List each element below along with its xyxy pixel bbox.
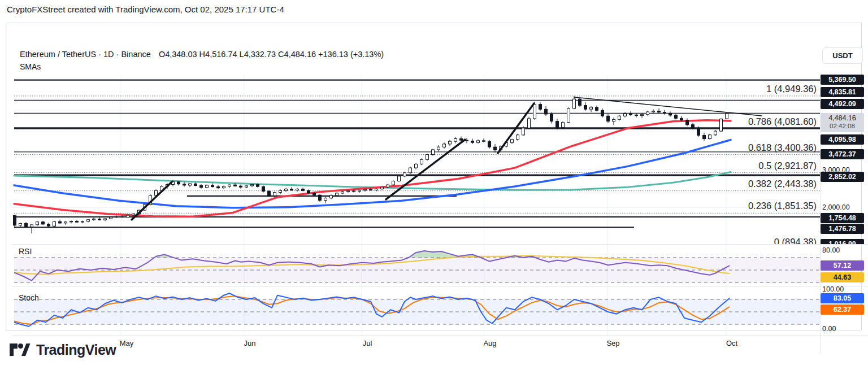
tradingview-mark-icon: [9, 341, 31, 358]
candle: [81, 221, 84, 222]
month-label-aug: Aug: [483, 339, 496, 347]
candle: [567, 108, 570, 123]
candle: [714, 131, 717, 135]
chart-card: 1 (4,949.36)0.786 (4,081.60)0.618 (3,400…: [6, 23, 862, 330]
candle: [460, 139, 463, 141]
candle: [353, 191, 355, 192]
smas-legend[interactable]: SMAs: [20, 62, 41, 71]
candle: [709, 135, 711, 139]
candle: [624, 114, 627, 116]
candle: [14, 215, 16, 225]
candle: [302, 189, 305, 191]
stoch-pane: [14, 293, 820, 327]
main-chart[interactable]: 1 (4,949.36)0.786 (4,081.60)0.618 (3,400…: [12, 74, 868, 354]
candle: [703, 136, 706, 139]
current-price: 4,484.16: [821, 114, 864, 122]
ohlc-values: O4,348.03 H4,516.74 L4,332.73 C4,484.16 …: [159, 50, 384, 59]
candle: [488, 141, 491, 147]
candle: [652, 111, 655, 112]
candle: [409, 168, 412, 173]
price-level-badge: 4,835.81: [821, 87, 864, 97]
rsi-value-badge: 57.12: [821, 260, 864, 271]
candle: [59, 221, 62, 223]
price-level-badge: 1,016.99: [821, 239, 864, 244]
stoch-value-badge: 83.05: [821, 293, 864, 303]
current-price-badge: 4,484.1602:42:08: [821, 113, 864, 132]
candle: [358, 190, 361, 192]
candle: [347, 191, 350, 192]
candle: [262, 186, 265, 191]
candle: [550, 114, 553, 121]
candle: [641, 115, 644, 116]
fib-label-0.786: 0.786 (4,081.60): [748, 116, 817, 127]
candle: [240, 186, 242, 187]
candle: [426, 155, 429, 160]
candle: [726, 114, 728, 119]
candle: [127, 215, 129, 217]
candle: [403, 173, 406, 176]
symbol-title[interactable]: Ethereum / TetherUS · 1D · Binance: [20, 50, 151, 59]
candle: [573, 99, 576, 108]
candle: [42, 222, 45, 224]
candle: [25, 224, 28, 227]
candle: [290, 189, 293, 190]
candle: [556, 121, 559, 128]
candle: [324, 198, 327, 201]
candle: [494, 147, 497, 150]
candle: [228, 185, 231, 186]
candle: [251, 185, 254, 186]
candle: [268, 192, 271, 196]
candle: [680, 118, 683, 120]
candle: [398, 176, 401, 181]
candle: [115, 217, 118, 218]
fib-label-0: 0 (894.38): [774, 237, 817, 247]
candle: [19, 224, 22, 225]
stoch-pane-label[interactable]: Stoch: [19, 293, 39, 302]
month-label-oct: Oct: [726, 339, 737, 347]
candle: [274, 193, 276, 196]
candle: [686, 120, 689, 125]
candle: [211, 185, 214, 187]
price-level-badge: 4,095.98: [821, 134, 864, 145]
candle: [601, 110, 604, 116]
candle: [454, 139, 457, 142]
candle: [618, 116, 621, 119]
month-label-sep: Sep: [606, 339, 619, 347]
candle: [387, 185, 389, 187]
candle: [483, 141, 485, 141]
candle: [437, 147, 440, 150]
attribution-text: CryptoFXStreet created with TradingView.…: [7, 5, 284, 14]
candle: [336, 193, 338, 195]
tradingview-logo[interactable]: TradingView: [9, 341, 116, 358]
candle: [630, 114, 632, 115]
symbol-legend[interactable]: Ethereum / TetherUS · 1D · Binance O4,34…: [20, 50, 384, 59]
candle: [697, 128, 700, 136]
fib-label-0.618: 0.618 (3,400.36): [748, 142, 817, 153]
candle: [720, 119, 723, 131]
candle: [663, 112, 666, 114]
candle: [590, 107, 593, 109]
candle: [579, 99, 581, 105]
price-level-badge: 1,754.48: [821, 213, 864, 223]
fib-label-0.5: 0.5 (2,921.87): [758, 160, 817, 171]
candle: [522, 128, 525, 135]
candle: [189, 184, 192, 185]
candle: [669, 114, 672, 115]
candle: [432, 150, 435, 155]
candle: [341, 192, 344, 193]
candle: [539, 105, 542, 110]
candle: [330, 195, 333, 198]
stoch-axis-label: 0.00: [822, 325, 867, 333]
candle: [64, 222, 67, 223]
price-axis-label: 2,000.00: [822, 203, 867, 211]
price-level-badge: 4,492.09: [821, 99, 864, 109]
candle: [53, 221, 56, 226]
currency-unit-button[interactable]: USDT: [822, 47, 863, 64]
rsi-value-badge: 44.63: [821, 272, 864, 282]
candle: [296, 189, 299, 190]
candle: [307, 190, 310, 193]
fib-label-0.382: 0.382 (2,443.38): [748, 179, 817, 189]
rsi-pane-label[interactable]: RSI: [19, 247, 32, 256]
candle: [234, 185, 237, 186]
candle: [466, 140, 468, 141]
